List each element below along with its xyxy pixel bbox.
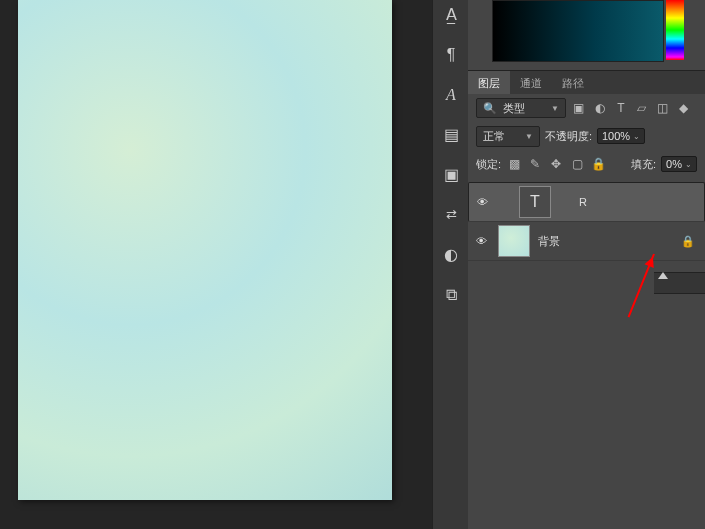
filter-type-icon[interactable]: T — [613, 100, 629, 116]
slider-handle[interactable] — [658, 267, 668, 279]
lock-position-icon[interactable]: ✥ — [548, 156, 564, 172]
fill-input[interactable]: 0% ⌄ — [661, 156, 697, 172]
document-canvas[interactable] — [18, 0, 392, 500]
opacity-input[interactable]: 100% ⌄ — [597, 128, 645, 144]
panel-tabs: 图层 通道 路径 — [468, 70, 705, 95]
paragraph-panel-icon[interactable]: ¶ — [440, 44, 462, 66]
blend-mode-label: 正常 — [483, 129, 505, 144]
layer-filter[interactable]: 🔍 ▼ — [476, 98, 566, 118]
lock-pixels-icon[interactable]: ✎ — [527, 156, 543, 172]
fill-label: 填充: — [631, 157, 656, 172]
chevron-down-icon: ▼ — [551, 104, 559, 113]
layer-row[interactable]: 👁 背景 🔒 — [468, 222, 705, 261]
libraries-panel-icon[interactable]: ⧉ — [440, 284, 462, 306]
layer-name[interactable]: 背景 — [538, 234, 681, 249]
tab-channels[interactable]: 通道 — [510, 71, 552, 96]
lock-transparency-icon[interactable]: ▩ — [506, 156, 522, 172]
glyphs-panel-icon[interactable]: A — [440, 84, 462, 106]
swatches-panel-icon[interactable]: ◐ — [440, 244, 462, 266]
char-panel-icon[interactable]: A̲ — [440, 4, 462, 26]
color-picker[interactable] — [492, 0, 664, 62]
annotation-arrow — [628, 254, 655, 318]
lock-all-icon[interactable]: 🔒 — [590, 156, 606, 172]
chevron-down-icon: ▼ — [525, 132, 533, 141]
filter-smart-icon[interactable]: ◫ — [655, 100, 671, 116]
filter-pixel-icon[interactable]: ▣ — [571, 100, 587, 116]
blend-mode-select[interactable]: 正常 ▼ — [476, 126, 540, 147]
filter-adjust-icon[interactable]: ◐ — [592, 100, 608, 116]
chevron-down-icon: ⌄ — [633, 132, 640, 141]
layer-row[interactable]: 👁 T R — [468, 182, 705, 222]
lock-icon: 🔒 — [681, 235, 701, 248]
layer-thumb — [498, 225, 530, 257]
hue-spectrum[interactable] — [666, 0, 684, 60]
filter-type-select[interactable] — [501, 101, 547, 115]
filter-shape-icon[interactable]: ▱ — [634, 100, 650, 116]
panels: 图层 通道 路径 🔍 ▼ ▣ ◐ T ▱ ◫ ◆ 正常 ▼ 不透明度: 100% — [468, 0, 705, 529]
notes-panel-icon[interactable]: ▣ — [440, 164, 462, 186]
lock-artboard-icon[interactable]: ▢ — [569, 156, 585, 172]
panel-dock: A̲ ¶ A ▤ ▣ ⇄ ◐ ⧉ — [432, 0, 470, 529]
layers-panel: 🔍 ▼ ▣ ◐ T ▱ ◫ ◆ 正常 ▼ 不透明度: 100% ⌄ 锁定: ▩ — [468, 94, 705, 529]
search-icon: 🔍 — [483, 102, 497, 115]
visibility-toggle[interactable]: 👁 — [473, 196, 491, 208]
layer-name[interactable]: R — [579, 196, 700, 208]
visibility-toggle[interactable]: 👁 — [472, 235, 490, 247]
tab-layers[interactable]: 图层 — [468, 71, 510, 96]
lock-label: 锁定: — [476, 157, 501, 172]
tab-paths[interactable]: 路径 — [552, 71, 594, 96]
adjustments-panel-icon[interactable]: ⇄ — [440, 204, 462, 226]
text-layer-thumb: T — [519, 186, 551, 218]
properties-panel-icon[interactable]: ▤ — [440, 124, 462, 146]
chevron-down-icon: ⌄ — [685, 160, 692, 169]
fill-slider-popup[interactable] — [654, 272, 705, 294]
canvas-area — [0, 0, 432, 529]
opacity-label: 不透明度: — [545, 129, 592, 144]
layer-list: 👁 T R 👁 背景 🔒 — [468, 182, 705, 261]
filter-artboard-icon[interactable]: ◆ — [676, 100, 692, 116]
